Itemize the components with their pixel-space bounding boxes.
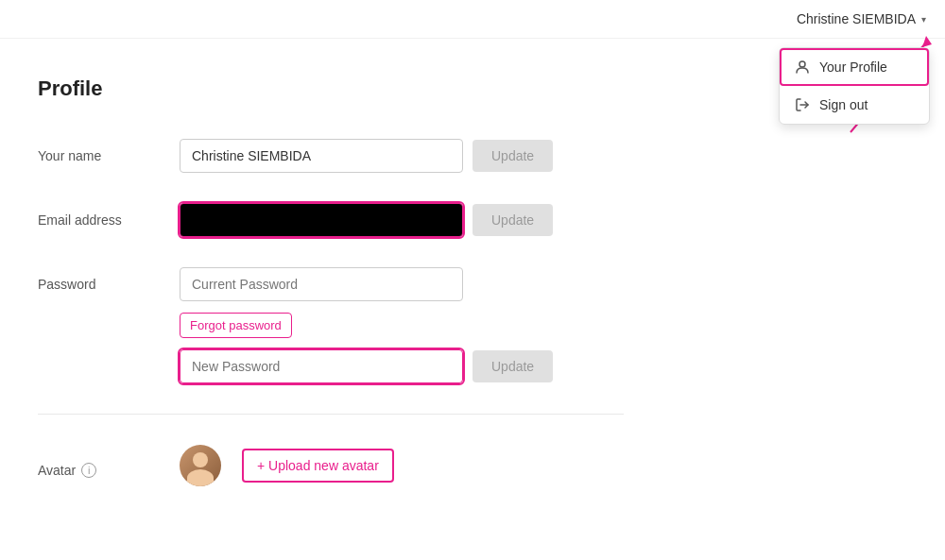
forgot-password-link[interactable]: Forgot password xyxy=(180,313,292,338)
avatar-label-row: Avatar i xyxy=(38,463,161,478)
header: Christine SIEMBIDA ▾ Your Profile Sign o xyxy=(0,0,945,39)
menu-item-sign-out-label: Sign out xyxy=(819,97,868,112)
menu-item-your-profile-label: Your Profile xyxy=(819,59,887,75)
main-content: Profile Your name Update Email address U… xyxy=(0,39,662,554)
email-update-button[interactable]: Update xyxy=(472,204,553,236)
name-label: Your name xyxy=(38,139,161,163)
password-controls: Forgot password Update xyxy=(180,267,624,383)
email-input-row: Update xyxy=(180,203,624,237)
email-controls: Update xyxy=(180,203,624,237)
exit-icon xyxy=(795,97,810,112)
name-input[interactable] xyxy=(180,139,463,173)
avatar-image xyxy=(180,445,221,486)
current-password-input[interactable] xyxy=(180,267,463,301)
user-menu-trigger[interactable]: Christine SIEMBIDA ▾ xyxy=(797,11,926,26)
name-update-button[interactable]: Update xyxy=(472,140,553,172)
email-input[interactable] xyxy=(180,203,463,237)
current-password-row xyxy=(180,267,624,301)
name-input-row: Update xyxy=(180,139,624,173)
chevron-down-icon: ▾ xyxy=(921,14,926,25)
menu-item-your-profile[interactable]: Your Profile xyxy=(780,48,929,86)
name-controls: Update xyxy=(180,139,624,173)
password-form-row: Password Forgot password Update xyxy=(38,267,624,383)
new-password-update-button[interactable]: Update xyxy=(472,350,553,382)
person-icon xyxy=(795,59,810,75)
avatar-form-row: Avatar i + Upload new avatar xyxy=(38,445,624,486)
divider xyxy=(38,414,624,415)
dropdown-menu: Your Profile Sign out xyxy=(779,47,930,125)
menu-item-sign-out[interactable]: Sign out xyxy=(780,86,929,124)
info-icon[interactable]: i xyxy=(81,463,96,478)
username-label: Christine SIEMBIDA xyxy=(797,11,916,26)
email-label: Email address xyxy=(38,203,161,228)
password-label: Password xyxy=(38,267,161,292)
new-password-row: Update xyxy=(180,349,624,383)
avatar-label-container: Avatar i xyxy=(38,453,161,478)
avatar-label: Avatar xyxy=(38,463,76,478)
avatar-input-row: + Upload new avatar xyxy=(180,445,624,486)
avatar-controls: + Upload new avatar xyxy=(180,445,624,486)
forgot-password-container: Forgot password xyxy=(180,313,624,338)
email-form-row: Email address Update xyxy=(38,203,624,237)
svg-point-0 xyxy=(799,61,805,67)
name-form-row: Your name Update xyxy=(38,139,624,173)
upload-avatar-button[interactable]: + Upload new avatar xyxy=(242,449,394,483)
new-password-input[interactable] xyxy=(180,349,463,383)
page-title: Profile xyxy=(38,76,624,101)
